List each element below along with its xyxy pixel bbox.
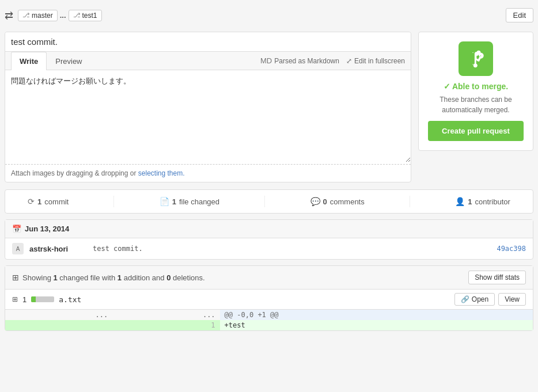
branch-icon-to: ⎇ [73,12,81,19]
branch-row: ⇄ ⎇ master ... ⎇ test1 [5,9,102,22]
tab-write[interactable]: Write [11,52,47,70]
comments-label: comments [330,197,365,206]
file-diff-icon: ⊞ [12,295,18,303]
comment-textarea[interactable]: 問題なければマージお願いします。 [5,70,411,162]
merge-icon-box [459,41,493,76]
commit-section: 📅 Jun 13, 2014 A astrsk-hori test commit… [5,219,533,260]
attach-row: Attach images by dragging & dropping or … [5,164,411,182]
diff-summary: Showing 1 changed file with 1 addition a… [22,273,205,282]
stat-files[interactable]: 📄 1 file changed [160,197,219,206]
title-input[interactable] [5,32,411,52]
files-count: 1 [172,197,176,206]
contributors-icon: 👤 [455,197,465,206]
open-icon: 🔗 [461,295,469,303]
diff-new-line-num: 1 [112,320,219,330]
diff-hunk-row: ... ... @@ -0,0 +1 @@ [5,310,533,320]
merge-check-icon: ✓ [444,82,450,91]
right-panel: ✓Able to merge. These branches can be au… [418,32,533,182]
file-additions-bar [31,296,54,302]
contributors-label: contributor [475,197,510,206]
commit-message: test commit. [93,245,491,253]
markdown-label: MD Parsed as Markdown [260,56,339,65]
stat-contributors[interactable]: 👤 1 contributor [455,197,510,206]
stat-divider-1 [113,196,114,207]
show-diff-stats-button[interactable]: Show diff stats [468,271,526,284]
date-header: 📅 Jun 13, 2014 [5,220,533,238]
commit-sha[interactable]: 49ac398 [497,245,526,253]
branch-icon-from: ⎇ [22,12,30,19]
commits-icon: ⟳ [28,197,35,206]
commit-row: A astrsk-hori test commit. 49ac398 [5,238,533,259]
diff-addition-count: 1 [118,273,122,282]
hunk-header-content: @@ -0,0 +1 @@ [220,310,533,320]
branch-to-label: test1 [82,12,97,20]
files-label: file changed [179,197,219,206]
comments-count: 0 [323,197,327,206]
tabs-left: Write Preview [11,52,91,70]
tabs-bar: Write Preview MD Parsed as Markdown ⤢ Ed… [5,52,411,70]
commit-date: Jun 13, 2014 [25,224,69,233]
diff-old-line-num [5,320,112,330]
commit-author[interactable]: astrsk-hori [29,245,87,253]
diff-section: ⊞ Showing 1 changed file with 1 addition… [5,265,533,331]
tabs-right: MD Parsed as Markdown ⤢ Edit in fullscre… [260,56,405,65]
contributors-count: 1 [468,197,472,206]
file-header-row: ⊞ 1 a.txt 🔗 Open View [5,290,533,310]
diff-deletion-count: 0 [166,273,171,282]
merge-icon [466,49,486,68]
top-bar: ⇄ ⎇ master ... ⎇ test1 Edit [5,5,533,26]
main-content: Write Preview MD Parsed as Markdown ⤢ Ed… [5,32,533,182]
file-name: a.txt [59,295,81,304]
branch-dots: ... [60,11,66,20]
diff-line-row-add: 1 +test [5,320,533,330]
diff-table: ... ... @@ -0,0 +1 @@ 1 +test [5,310,533,330]
merge-description: These branches can be automatically merg… [428,94,524,115]
hunk-old-num: ... [5,310,112,320]
files-icon: 📄 [160,197,169,206]
merge-box: ✓Able to merge. These branches can be au… [418,32,533,151]
stat-divider-2 [264,196,265,207]
attach-link[interactable]: selecting them. [138,169,185,177]
file-info: ⊞ 1 a.txt [12,295,81,304]
tab-preview[interactable]: Preview [47,52,90,70]
commits-count: 1 [37,197,41,206]
view-button[interactable]: View [498,293,526,306]
stat-commits[interactable]: ⟳ 1 commit [28,197,69,206]
stats-row: ⟳ 1 commit 📄 1 file changed 💬 0 comments… [5,189,533,214]
open-button[interactable]: 🔗 Open [454,293,495,306]
hunk-new-num: ... [112,310,219,320]
fullscreen-icon: ⤢ [346,57,352,65]
branch-to[interactable]: ⎇ test1 [69,10,102,21]
edit-button[interactable]: Edit [506,8,533,22]
diff-header-left: ⊞ Showing 1 changed file with 1 addition… [12,273,205,282]
diff-icon: ⊞ [12,273,19,282]
merge-status: ✓Able to merge. [428,82,524,91]
branch-from[interactable]: ⎇ master [18,10,58,21]
branch-from-label: master [32,12,53,20]
compare-icon: ⇄ [5,9,13,22]
stat-comments[interactable]: 💬 0 comments [310,197,365,206]
file-actions: 🔗 Open View [454,293,526,306]
fullscreen-label[interactable]: ⤢ Edit in fullscreen [346,57,405,65]
comments-icon: 💬 [310,197,320,206]
file-additions-fill [31,296,36,302]
diff-changed-count: 1 [54,273,58,282]
attach-text: Attach images by dragging & dropping or [11,169,138,177]
avatar: A [12,243,24,254]
markdown-icon: MD [260,56,272,65]
calendar-icon: 📅 [12,224,21,233]
pr-form: Write Preview MD Parsed as Markdown ⤢ Ed… [5,32,411,182]
commits-label: commit [44,197,69,206]
diff-line-content: +test [220,320,533,330]
create-pr-button[interactable]: Create pull request [428,121,524,141]
stat-divider-3 [410,196,410,207]
diff-header: ⊞ Showing 1 changed file with 1 addition… [5,266,533,290]
file-line-count: 1 [22,295,26,304]
